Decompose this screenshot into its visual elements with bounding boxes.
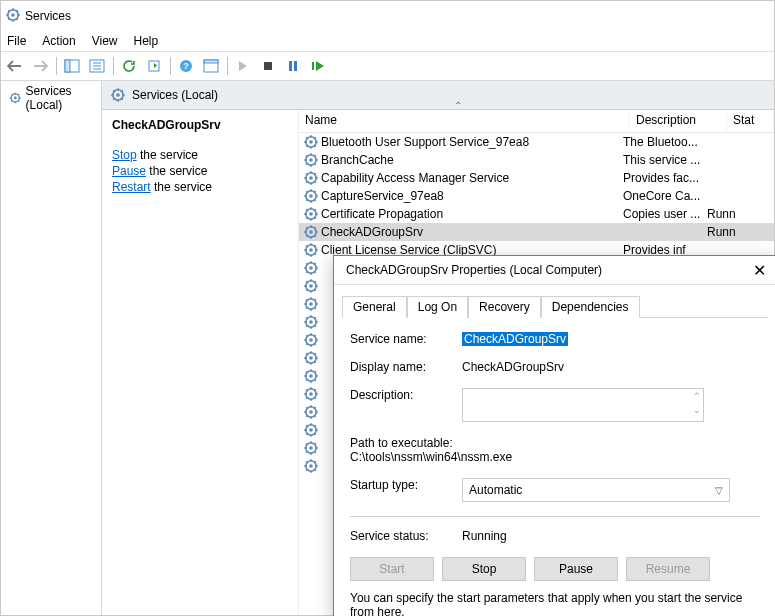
service-name-cell: CaptureService_97ea8	[303, 188, 623, 204]
column-status[interactable]: Stat	[727, 110, 774, 132]
tab-panel-general: Service name: CheckADGroupSrv Display na…	[334, 318, 775, 616]
tree-root-services-local[interactable]: Services (Local)	[1, 81, 101, 115]
window-title: Services	[25, 9, 71, 23]
service-row[interactable]: CaptureService_97ea8OneCore Ca...	[299, 187, 774, 205]
service-row[interactable]: Bluetooth User Support Service_97ea8The …	[299, 133, 774, 151]
path-block: Path to executable: C:\tools\nssm\win64\…	[350, 436, 760, 464]
restart-service-button[interactable]	[306, 54, 330, 78]
service-name-cell: Certificate Propagation	[303, 206, 623, 222]
properties-button[interactable]	[199, 54, 223, 78]
value-path: C:\tools\nssm\win64\nssm.exe	[350, 450, 760, 464]
sort-indicator-icon: ⌃	[454, 100, 462, 111]
service-icon	[303, 152, 319, 168]
services-app-icon	[5, 7, 21, 26]
forward-button[interactable]	[28, 54, 52, 78]
service-name-cell: Bluetooth User Support Service_97ea8	[303, 134, 623, 150]
pause-service-button[interactable]	[281, 54, 305, 78]
stop-button[interactable]: Stop	[442, 557, 526, 581]
service-row[interactable]: Capability Access Manager ServiceProvide…	[299, 169, 774, 187]
startup-type-select[interactable]: Automatic ▽	[462, 478, 730, 502]
toolbar: ?	[1, 51, 774, 81]
resume-button[interactable]: Resume	[626, 557, 710, 581]
service-icon	[303, 350, 319, 366]
task-pause: Pause the service	[112, 164, 288, 178]
scroll-down-icon[interactable]: ⌄	[691, 403, 703, 417]
service-icon	[303, 332, 319, 348]
service-icon	[303, 170, 319, 186]
service-description-cell: This service ...	[623, 153, 707, 167]
task-stop: Stop the service	[112, 148, 288, 162]
service-name-cell: CheckADGroupSrv	[303, 224, 623, 240]
stop-service-button[interactable]	[256, 54, 280, 78]
properties-dialog: CheckADGroupSrv Properties (Local Comput…	[333, 255, 775, 616]
service-icon	[303, 188, 319, 204]
tab-general[interactable]: General	[342, 296, 407, 318]
description-textarea[interactable]: ⌃ ⌄	[462, 388, 704, 422]
tab-logon[interactable]: Log On	[407, 296, 468, 318]
label-service-status: Service status:	[350, 529, 462, 543]
value-service-status: Running	[462, 529, 507, 543]
tree-pane: Services (Local)	[1, 81, 102, 615]
menubar: File Action View Help	[1, 31, 774, 51]
service-row[interactable]: Certificate PropagationCopies user ...Ru…	[299, 205, 774, 223]
toolbar-separator	[227, 57, 228, 75]
service-icon	[303, 458, 319, 474]
column-description[interactable]: Description	[630, 110, 727, 132]
service-list[interactable]: Bluetooth User Support Service_97ea8The …	[299, 133, 774, 259]
scroll-up-icon[interactable]: ⌃	[691, 389, 703, 403]
selected-service-name: CheckADGroupSrv	[112, 118, 288, 132]
export-button[interactable]	[85, 54, 109, 78]
pause-button[interactable]: Pause	[534, 557, 618, 581]
svg-rect-17	[204, 60, 218, 63]
chevron-down-icon: ▽	[715, 485, 723, 496]
main-header: Services (Local)	[102, 81, 774, 110]
export-list-button[interactable]	[142, 54, 166, 78]
column-name[interactable]: Name	[299, 110, 630, 132]
menu-action[interactable]: Action	[42, 34, 75, 48]
pause-link[interactable]: Pause	[112, 164, 146, 178]
value-service-name[interactable]: CheckADGroupSrv	[462, 332, 568, 346]
close-button[interactable]: ✕	[753, 261, 766, 280]
show-hide-tree-button[interactable]	[60, 54, 84, 78]
service-icon	[303, 260, 319, 276]
service-name-cell: BranchCache	[303, 152, 623, 168]
start-button[interactable]: Start	[350, 557, 434, 581]
task-restart: Restart the service	[112, 180, 288, 194]
separator	[350, 516, 760, 517]
help-button[interactable]: ?	[174, 54, 198, 78]
service-icon	[303, 314, 319, 330]
label-path: Path to executable:	[350, 436, 760, 450]
service-icon	[303, 296, 319, 312]
service-status-cell: Runn	[707, 207, 747, 221]
tab-dependencies[interactable]: Dependencies	[541, 296, 640, 318]
back-button[interactable]	[3, 54, 27, 78]
startup-type-value: Automatic	[469, 483, 522, 497]
service-row[interactable]: BranchCacheThis service ...	[299, 151, 774, 169]
svg-rect-11	[65, 60, 70, 72]
restart-link[interactable]: Restart	[112, 180, 151, 194]
service-icon	[303, 386, 319, 402]
toolbar-separator	[56, 57, 57, 75]
service-icon	[303, 278, 319, 294]
menu-help[interactable]: Help	[134, 34, 159, 48]
refresh-button[interactable]	[117, 54, 141, 78]
service-icon	[303, 134, 319, 150]
start-parameters-note: You can specify the start parameters tha…	[350, 591, 760, 616]
toolbar-separator	[170, 57, 171, 75]
menu-view[interactable]: View	[92, 34, 118, 48]
service-row[interactable]: CheckADGroupSrvRunn	[299, 223, 774, 241]
task-pane: CheckADGroupSrv Stop the service Pause t…	[102, 110, 299, 615]
start-service-button[interactable]	[231, 54, 255, 78]
menu-file[interactable]: File	[7, 34, 26, 48]
stop-link[interactable]: Stop	[112, 148, 137, 162]
service-name-cell: Capability Access Manager Service	[303, 170, 623, 186]
tab-recovery[interactable]: Recovery	[468, 296, 541, 318]
service-icon	[303, 206, 319, 222]
svg-text:?: ?	[183, 61, 189, 71]
svg-rect-20	[294, 61, 297, 71]
service-description-cell: The Bluetoo...	[623, 135, 707, 149]
service-icon	[303, 224, 319, 240]
dialog-title: CheckADGroupSrv Properties (Local Comput…	[346, 263, 602, 277]
service-icon	[303, 368, 319, 384]
titlebar: Services	[1, 1, 774, 31]
